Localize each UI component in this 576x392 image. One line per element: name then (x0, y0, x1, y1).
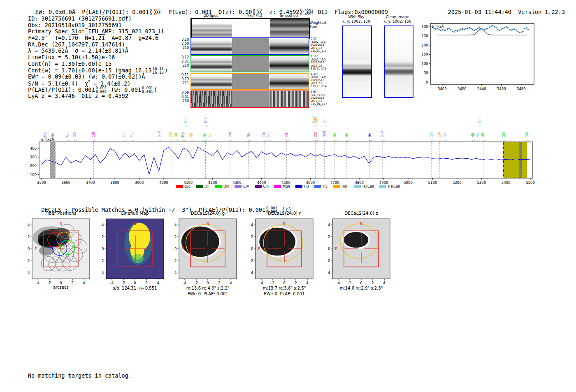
emission-line-label: OII (184, 118, 188, 123)
elixer-report-page: EW: 0.0±0.0Å P(LAE)/P(OII): 0.0010.0010.… (0, 0, 576, 392)
emission-line-label: CIV (262, 132, 266, 137)
emission-line-label: Hγ (345, 133, 349, 137)
cutout-caption: m:14.6 re:2.9" s:2.3" (312, 286, 411, 290)
svg-text:0: 0 (134, 281, 136, 285)
svg-text:{: { (204, 139, 207, 141)
fiber-row-weights: 0.110.73211 (179, 73, 189, 86)
svg-text:{: { (315, 125, 318, 127)
emission-line-label: HeII (323, 131, 326, 137)
cutout-decals-z: NE-4-4-2-2002244 (316, 217, 398, 287)
emission-line-label: NeIII (478, 116, 482, 123)
svg-text:-2: -2 (100, 259, 104, 263)
svg-text:-4: -4 (26, 271, 30, 275)
svg-text:2: 2 (295, 281, 297, 285)
cutout-title: DECaLS(24.0) r (243, 211, 325, 216)
emission-line-label: OIII (204, 118, 208, 123)
legend-item: (K)CaII (354, 184, 374, 188)
svg-text:-4: -4 (337, 281, 340, 285)
svg-text:0: 0 (328, 247, 330, 251)
stacked-uncertainty: 0.0010.001 (142, 86, 153, 94)
legend-swatch (314, 185, 321, 188)
svg-text:{: { (67, 139, 70, 141)
svg-text:150: 150 (421, 52, 428, 56)
svg-text:{: { (158, 139, 162, 141)
emission-line-label: OIII (430, 132, 434, 137)
svg-text:{: { (175, 139, 179, 141)
cutout-lineflux: NE-4-4-2-2002244 (90, 217, 172, 287)
line-fit-spectrum-chart: 05010015020025030054005420544054605480e-… (418, 20, 545, 96)
compass-north-label: N (207, 222, 209, 226)
emission-line-label: OII (443, 133, 447, 137)
svg-text:0: 0 (28, 247, 30, 251)
full-spectrum-chart: 1002003004003500360037003800390040004100… (25, 110, 553, 193)
info-line: S/N = 5.1(±0.4) χ2 = 1.4(±0.2) (28, 80, 168, 86)
weighted-smoothed-image (270, 19, 309, 37)
compass-north-label: N (134, 222, 137, 226)
svg-text:5200: 5200 (453, 181, 462, 185)
weighted-2dspec-image (192, 19, 232, 37)
svg-text:-2: -2 (173, 259, 177, 263)
svg-text:2: 2 (102, 235, 104, 239)
svg-text:-4: -4 (250, 271, 253, 275)
svg-text:{: { (439, 139, 442, 141)
svg-text:5400: 5400 (502, 181, 511, 185)
cutout-title: DECaLS(24.0) z (320, 211, 402, 216)
compass-east-label: E (109, 247, 111, 251)
svg-text:e-17x2Å: e-17x2Å (432, 24, 444, 28)
smoothed-image (269, 56, 309, 72)
svg-text:{: { (479, 125, 482, 127)
emission-line-label: Hβ (471, 133, 475, 137)
svg-text:5500: 5500 (526, 181, 535, 185)
legend-swatch (379, 185, 386, 188)
svg-text:{: { (477, 139, 480, 141)
emission-line-label: OII (323, 118, 327, 123)
svg-text:{: { (526, 139, 530, 141)
legend-item: CIII (255, 184, 269, 188)
twod-spec-image (191, 91, 232, 107)
cutout-title: Lineflux Map (94, 211, 176, 216)
svg-text:0: 0 (251, 247, 253, 251)
emission-line-label: MgII (130, 130, 134, 137)
legend-swatch (196, 185, 203, 188)
info-line: Primary Spec_Slot_IFU_AMP: 315_021_073_L… (28, 28, 168, 35)
svg-text:5400: 5400 (438, 87, 447, 91)
svg-text:-2: -2 (327, 259, 330, 263)
fiber-row-weights: 0.202.00210 (179, 38, 189, 50)
svg-text:4: 4 (383, 281, 385, 285)
svg-text:{: { (190, 139, 194, 141)
svg-text:-2: -2 (195, 281, 198, 285)
compass-north-label: N (360, 222, 363, 226)
svg-text:4: 4 (157, 281, 159, 285)
svg-text:5480: 5480 (517, 87, 526, 91)
compass-east-label: E (181, 247, 184, 251)
svg-text:3500: 3500 (37, 181, 46, 185)
svg-text:{: { (185, 125, 188, 127)
svg-text:{: { (381, 139, 385, 141)
fiber-row-annotations: 1.61"(997, 973)20210518v019_02315_RL_107 (311, 90, 336, 106)
svg-text:5460: 5460 (497, 87, 506, 91)
emission-line-label: SiII (66, 132, 70, 137)
svg-text:2: 2 (145, 281, 147, 285)
svg-text:-2: -2 (26, 259, 30, 263)
emission-line-label: MgII (44, 130, 47, 137)
svg-text:{: { (503, 139, 506, 141)
emission-line-label: OVI (73, 132, 77, 137)
detection-info-block: ID: 3012756691 (3012756691.pdf)Obs: 2021… (28, 15, 168, 99)
cutout-title: DECaLS(24.0) g (167, 211, 249, 216)
svg-text:0: 0 (283, 281, 285, 285)
svg-text:-2: -2 (48, 281, 51, 285)
compass-east-label: E (335, 247, 337, 251)
twod-spec-image (191, 74, 232, 89)
compass-north-label: N (283, 222, 286, 226)
cutout-caption2: EWr: 0. PLAE: 0.001 (235, 292, 334, 296)
svg-text:4: 4 (230, 281, 232, 285)
legend-item: Lyα (176, 184, 191, 188)
legend-swatch (295, 185, 302, 188)
cutout-fiber: NE-4-4-2-2002244 (16, 217, 98, 287)
svg-text:{: { (93, 139, 96, 141)
svg-text:{: { (263, 139, 267, 141)
emission-line-label: CIV (438, 132, 441, 137)
fiber-row-annotations: 0.21"(1002, 150)20210518v019_03315_LL_01… (311, 37, 336, 53)
svg-text:0: 0 (426, 80, 428, 84)
svg-text:{: { (324, 125, 327, 127)
